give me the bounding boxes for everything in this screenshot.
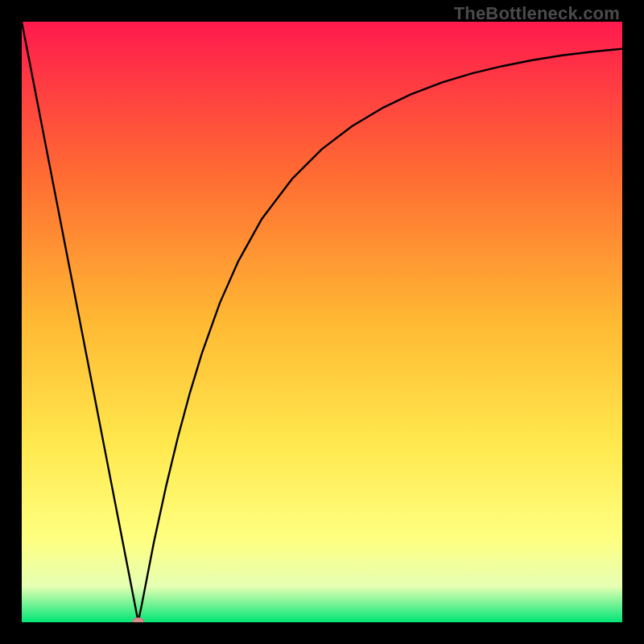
minimum-marker [133, 617, 144, 622]
chart-frame: TheBottleneck.com [0, 0, 644, 644]
bottleneck-chart [22, 22, 622, 622]
gradient-background [22, 22, 622, 622]
